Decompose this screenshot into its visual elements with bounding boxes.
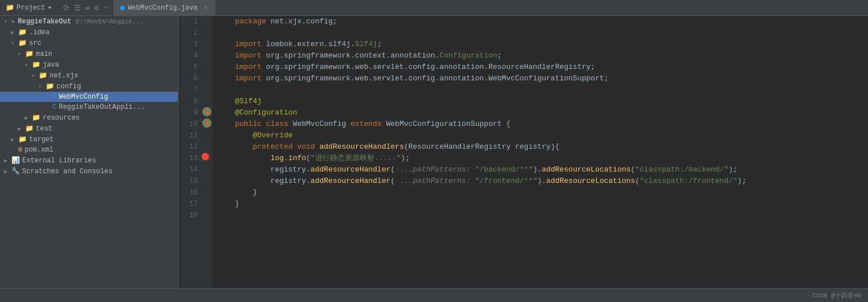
line-number: 13 <box>178 153 198 164</box>
code-text: ; <box>498 50 502 62</box>
code-keyword: import <box>235 62 262 73</box>
sidebar-item-netxjx[interactable]: ▾ 📁 net.xjx <box>0 70 178 81</box>
code-text: } <box>217 198 239 210</box>
code-text <box>217 16 235 27</box>
arrow-icon: ▶ <box>23 115 30 121</box>
file-tab-webmvcconfig[interactable]: WebMvcConfig.java × <box>113 0 215 16</box>
gutter: 🔖 🔖 🔴 <box>201 16 213 288</box>
code-text: . <box>284 153 288 164</box>
folder-icon: 📁 <box>25 124 34 133</box>
line-number: 18 <box>178 210 198 221</box>
minimize-icon[interactable]: − <box>103 3 108 12</box>
code-text: org.springframework.web.servlet.config.a… <box>262 62 595 73</box>
arrow-icon: ▾ <box>16 51 23 58</box>
line-number: 1 <box>178 16 198 27</box>
line-number: 2 <box>178 27 198 39</box>
code-keyword: import <box>235 39 262 50</box>
sidebar-item-pom[interactable]: m pom.xml <box>0 145 178 155</box>
line-number: 11 <box>178 130 198 141</box>
line-number: 14 <box>178 164 198 176</box>
sidebar-item-test[interactable]: ▶ 📁 test <box>0 123 178 134</box>
project-label: Project <box>17 4 45 12</box>
layout-icon[interactable]: ☰ <box>74 3 81 13</box>
bookmark-marker-9: 🔖 <box>202 107 211 116</box>
folder-icon: 📁 <box>18 39 27 47</box>
sidebar-item-reggie-root[interactable]: ▾ ▸ ReggieTakeOut D:\MAVEN\Reggie... <box>0 16 178 27</box>
code-text <box>262 119 266 130</box>
folder-icon: 📁 <box>32 60 40 69</box>
sidebar-item-main[interactable]: ▾ 📁 main <box>0 48 178 59</box>
sidebar-item-scratches[interactable]: ▶ 🔧 Scratches and Consoles <box>0 166 178 177</box>
code-line-18 <box>217 210 868 221</box>
gear-icon[interactable]: ⚙ <box>94 3 99 13</box>
folder-icon: 📁 <box>6 3 14 12</box>
sidebar-item-reggietakeoutapp[interactable]: C ReggieTakeOutAppli... <box>0 102 178 112</box>
java-label: java <box>43 61 59 69</box>
code-text: lombok.extern.slf4j. <box>262 39 355 50</box>
line-number: 5 <box>178 62 198 73</box>
code-text <box>315 141 320 153</box>
code-keyword: package <box>235 16 266 27</box>
chevron-down-icon: ▾ <box>47 3 51 12</box>
external-libs-label: External Libraries <box>22 157 96 165</box>
line-number: 6 <box>178 73 198 84</box>
netxjx-label: net.xjx <box>50 72 78 80</box>
sidebar-item-target[interactable]: ▶ 📁 target <box>0 134 178 145</box>
scratch-icon: 🔧 <box>11 167 20 176</box>
target-label: target <box>29 136 54 144</box>
code-text: ; <box>377 39 382 50</box>
src-label: src <box>29 39 42 47</box>
arrow-icon: ▶ <box>16 125 23 132</box>
test-label: test <box>36 125 52 133</box>
split-icon[interactable]: ⇌ <box>85 3 90 13</box>
code-method: addResourceLocations <box>542 164 631 176</box>
title-bar: 📁 Project ▾ ⟳ ☰ ⇌ ⚙ − WebMvcConfig.java … <box>0 0 868 16</box>
code-line-10: public class WebMvcConfig extends WebMvc… <box>217 119 868 130</box>
reggietakeoutapp-label: ReggieTakeOutAppli... <box>59 103 145 111</box>
sidebar: ▾ ▸ ReggieTakeOut D:\MAVEN\Reggie... ▶ 📁… <box>0 16 178 288</box>
line-number: 17 <box>178 198 198 210</box>
code-annotation: @Configuration <box>217 107 297 119</box>
code-line-11: @Override <box>217 130 868 141</box>
code-text: ( <box>635 176 639 187</box>
code-container[interactable]: 1 2 3 4 5 6 7 8 9 10 11 12 13 14 15 16 1… <box>178 16 868 288</box>
code-string: "classpath:/backend/" <box>635 164 728 176</box>
code-keyword: public <box>217 119 262 130</box>
close-icon[interactable]: × <box>204 4 208 12</box>
code-method: addResourceHandlers <box>319 141 404 153</box>
code-text: registry. <box>217 164 311 176</box>
sidebar-item-resources[interactable]: ▶ 📁 resources <box>0 112 178 123</box>
debug-marker-12: 🔴 <box>201 153 210 161</box>
code-text <box>217 153 271 164</box>
code-text: ( <box>390 176 400 187</box>
main-layout: ▾ ▸ ReggieTakeOut D:\MAVEN\Reggie... ▶ 📁… <box>0 16 868 288</box>
main-label: main <box>36 50 52 58</box>
sync-icon[interactable]: ⟳ <box>63 3 70 13</box>
code-text <box>217 39 235 50</box>
config-label: config <box>56 83 81 91</box>
code-text <box>217 62 235 73</box>
code-lines[interactable]: package net.xjx.config; import lombok.ex… <box>213 16 868 288</box>
code-text: ); <box>737 176 747 187</box>
code-line-7 <box>217 84 868 96</box>
code-text: ( <box>631 164 635 176</box>
arrow-icon: ▾ <box>30 72 36 79</box>
code-line-2 <box>217 27 868 39</box>
code-text: org.springframework.web.servlet.config.a… <box>262 73 609 84</box>
code-method: addResourceHandler <box>311 176 390 187</box>
project-button[interactable]: 📁 Project ▾ <box>0 0 58 15</box>
code-keyword: void <box>297 141 315 153</box>
code-text: ( <box>390 164 400 176</box>
line-number: 3 <box>178 39 198 50</box>
sidebar-item-config[interactable]: ▾ 📁 config <box>0 81 178 92</box>
bookmark-marker-10: 🔖 <box>202 119 211 128</box>
sidebar-item-java[interactable]: ▾ 📁 java <box>0 59 178 70</box>
sidebar-item-webmvcconfig[interactable]: C WebMvcConfig <box>0 92 178 102</box>
sidebar-item-external-libs[interactable]: ▶ 📊 External Libraries <box>0 155 178 166</box>
sidebar-item-src[interactable]: ▾ 📁 src <box>0 38 178 48</box>
code-text: WebMvcConfig <box>288 119 351 130</box>
code-text: WebMvcConfigurationSupport { <box>382 119 511 130</box>
folder-icon: 📁 <box>39 71 47 80</box>
tab-bar: WebMvcConfig.java × <box>113 0 868 16</box>
sidebar-item-idea[interactable]: ▶ 📁 .idea <box>0 27 178 38</box>
